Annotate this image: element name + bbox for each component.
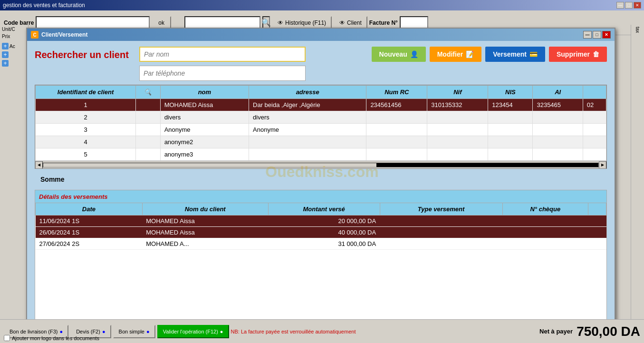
vcol-montant: Montant versé — [268, 203, 380, 216]
modal-minimize-btn[interactable]: — — [583, 31, 592, 39]
v-extra — [588, 216, 606, 227]
modifier-label: Modifier — [437, 50, 463, 58]
devis-label: Devis (F2) — [76, 329, 100, 334]
versement-row[interactable]: 26/06/2024 1S MOHAMED Aissa 40 000,00 DA — [36, 227, 606, 238]
h-scroll-thumb — [376, 163, 598, 167]
v-cheque — [502, 227, 588, 238]
add-btn-1[interactable]: + — [2, 43, 9, 49]
left-panel: Unit/C Prix + Ac + + — [0, 25, 29, 319]
logo-checkbox[interactable] — [4, 335, 10, 341]
prix-label: Prix — [2, 34, 26, 39]
versements-scroll[interactable]: Date Nom du client Montant versé Type ve… — [35, 203, 606, 319]
client-row[interactable]: 2 divers divers — [36, 111, 606, 124]
client-adresse: divers — [249, 111, 366, 124]
client-row[interactable]: 3 Anonyme Anonyme — [36, 124, 606, 136]
scroll-right-btn[interactable]: ▶ — [599, 161, 606, 169]
col-extra — [583, 86, 606, 99]
v-extra — [588, 238, 606, 250]
valider-button[interactable]: Valider l'opération (F12) ● — [157, 325, 229, 338]
client-adresse: Anonyme — [249, 124, 366, 136]
modal-restore-btn[interactable]: □ — [593, 31, 601, 39]
client-nom: Anonyme — [160, 124, 249, 136]
modal-close-btn[interactable]: ✕ — [602, 31, 611, 39]
col-nom: nom — [160, 86, 249, 99]
maximize-button[interactable]: □ — [625, 2, 633, 9]
client-nif — [427, 111, 488, 124]
client-adresse: Dar beida ,Alger ,Algérie — [249, 99, 366, 111]
v-date: 11/06/2024 1S — [36, 216, 143, 227]
vcol-type: Type versement — [380, 203, 502, 216]
net-a-payer-label: Net à payer — [539, 328, 573, 335]
client-nif — [427, 136, 488, 148]
clients-table-scroll[interactable]: Identifiant de client 🔍 nom adresse Num … — [35, 85, 606, 161]
v-nom: MOHAMED Aissa — [142, 216, 268, 227]
h-scroll-track[interactable] — [43, 163, 599, 167]
client-numrc — [366, 124, 427, 136]
client-numrc: 234561456 — [366, 99, 427, 111]
vcol-date: Date — [36, 203, 143, 216]
search-par-nom[interactable] — [139, 47, 306, 62]
col-adresse: adresse — [249, 86, 366, 99]
supprimer-icon: 🗑 — [593, 50, 599, 58]
v-montant: 40 000,00 DA — [268, 227, 380, 238]
modal-titlebar: C Client/Versement — □ ✕ — [27, 29, 615, 41]
bottom-notice: NB: La facture payée est verrouillée aut… — [231, 329, 356, 334]
add-btn-2[interactable]: + — [2, 51, 9, 58]
modal-title: Client/Versement — [41, 31, 87, 38]
minimize-button[interactable]: — — [616, 2, 624, 9]
versement-row[interactable]: 11/06/2024 1S MOHAMED Aissa 20 000,00 DA — [36, 216, 606, 227]
nouveau-icon: 👤 — [410, 50, 418, 58]
client-col2 — [136, 111, 160, 124]
client-id: 1 — [36, 99, 136, 111]
col-nif: Nif — [427, 86, 488, 99]
bon-simple-icon: ● — [146, 329, 150, 334]
clients-table: Identifiant de client 🔍 nom adresse Num … — [35, 85, 606, 161]
modal-icon-symbol: C — [33, 32, 36, 38]
col-nis: NIS — [488, 86, 533, 99]
bon-simple-button[interactable]: Bon simple ● — [113, 325, 155, 338]
add-btn-3[interactable]: + — [2, 60, 9, 67]
col-icon: 🔍 — [136, 86, 160, 99]
app-title: gestion des ventes et facturation — [3, 2, 85, 9]
client-extra — [583, 148, 606, 161]
h-scrollbar[interactable]: ◀ ▶ — [35, 161, 606, 168]
search-inputs — [139, 47, 306, 81]
nouveau-label: Nouveau — [379, 50, 407, 58]
checkbox-row: Ajouter mon logo dans les documents — [4, 335, 99, 341]
client-id: 5 — [36, 148, 136, 161]
client-row[interactable]: 5 anonyme3 — [36, 148, 606, 161]
client-ai — [533, 148, 583, 161]
modal-controls: — □ ✕ — [583, 31, 611, 39]
v-date: 26/06/2024 1S — [36, 227, 143, 238]
eye-icon: 👁 — [278, 20, 283, 26]
client-versement-modal: C Client/Versement — □ ✕ Rechercher un c… — [26, 28, 615, 338]
search-title: Rechercher un client — [35, 47, 130, 60]
tax-label: tax — [635, 27, 640, 33]
v-type — [380, 216, 502, 227]
v-nom: MOHAMED A... — [142, 238, 268, 250]
col-numrc: Num RC — [366, 86, 427, 99]
client-extra — [583, 124, 606, 136]
close-button[interactable]: ✕ — [634, 2, 641, 9]
versement-button[interactable]: Versement 💳 — [485, 47, 545, 62]
v-cheque — [502, 238, 588, 250]
modifier-button[interactable]: Modifier 📝 — [430, 47, 481, 62]
client-id: 2 — [36, 111, 136, 124]
client-row[interactable]: 1 MOHAMED Aissa Dar beida ,Alger ,Algéri… — [36, 99, 606, 111]
nouveau-button[interactable]: Nouveau 👤 — [372, 47, 426, 62]
client-col2 — [136, 124, 160, 136]
clients-table-container: Identifiant de client 🔍 nom adresse Num … — [35, 85, 607, 169]
clients-somme: Somme — [35, 173, 607, 186]
action-buttons: Nouveau 👤 Modifier 📝 Versement 💳 Supprim… — [372, 47, 607, 62]
versement-label: Versement — [493, 50, 527, 58]
bon-livraison-icon: ● — [60, 329, 63, 334]
client-row[interactable]: 4 anonyme2 — [36, 136, 606, 148]
search-par-telephone[interactable] — [139, 66, 306, 81]
supprimer-button[interactable]: Supprimer 🗑 — [549, 47, 607, 62]
client-extra: 02 — [583, 99, 606, 111]
client-nis — [488, 148, 533, 161]
versement-row[interactable]: 27/06/2024 2S MOHAMED A... 31 000,00 DA — [36, 238, 606, 250]
client-ai — [533, 111, 583, 124]
client-col2 — [136, 148, 160, 161]
scroll-left-btn[interactable]: ◀ — [35, 161, 43, 169]
